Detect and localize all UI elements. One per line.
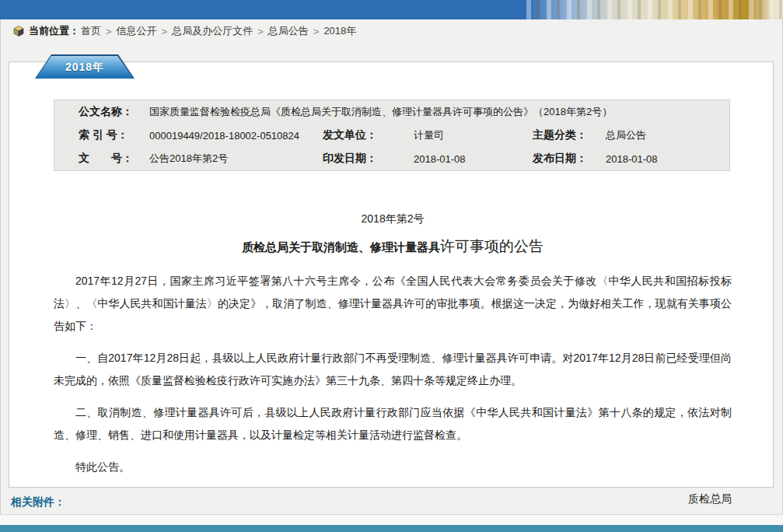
breadcrumb-item-info-disclosure[interactable]: 信息公开: [117, 24, 157, 38]
breadcrumb-item-bureau-documents[interactable]: 总局及办公厅文件: [172, 24, 253, 38]
meta-row-title: 公文名称： 国家质量监督检验检疫总局《质检总局关于取消制造、修理计量器具许可事项…: [54, 100, 729, 124]
breadcrumb-item-bureau-announcements[interactable]: 总局公告: [268, 24, 309, 38]
banner-decoration: [526, 0, 783, 19]
top-banner: [0, 0, 783, 19]
page: 当前位置： 首页 > 信息公开 > 总局及办公厅文件 > 总局公告 > 2018…: [0, 0, 783, 532]
footer-bar: [0, 525, 783, 532]
meta-value-topic-category: 总局公告: [606, 128, 729, 142]
meta-label-doc-name: 公文名称：: [54, 105, 149, 119]
meta-value-print-date: 2018-01-08: [414, 153, 533, 165]
paragraph-item-2: 二、取消制造、修理计量器具许可后，县级以上人民政府计量行政部门应当依据《中华人民…: [54, 401, 732, 446]
breadcrumb: 当前位置： 首页 > 信息公开 > 总局及办公厅文件 > 总局公告 > 2018…: [0, 19, 783, 43]
document-title: 质检总局关于取消制造、修理计量器具许可事项的公告: [54, 236, 732, 257]
breadcrumb-item-2018: 2018年: [323, 24, 356, 38]
meta-label-topic-category: 主题分类：: [533, 128, 606, 142]
breadcrumb-separator: >: [162, 26, 168, 37]
meta-value-doc-name: 国家质量监督检验检疫总局《质检总局关于取消制造、修理计量器具许可事项的公告》（2…: [149, 105, 729, 119]
meta-label-issuing-unit: 发文单位：: [323, 128, 414, 142]
meta-label-print-date: 印发日期：: [323, 152, 414, 166]
breadcrumb-separator: >: [257, 26, 264, 37]
meta-label-doc-number: 文 号：: [54, 152, 149, 166]
document-title-part1: 质检总局关于取消制造、修理计量器具: [242, 240, 440, 254]
meta-value-issuing-unit: 计量司: [414, 128, 533, 142]
document-meta-table: 公文名称： 国家质量监督检验检疫总局《质检总局关于取消制造、修理计量器具许可事项…: [54, 100, 730, 171]
signature: 质检总局: [54, 488, 732, 510]
meta-value-doc-number: 公告2018年第2号: [149, 152, 323, 166]
breadcrumb-label: 当前位置：: [29, 24, 79, 38]
paragraph-item-1: 一、自2017年12月28日起，县级以上人民政府计量行政部门不再受理制造、修理计…: [54, 347, 732, 392]
document-title-part2: 许可事项的公告: [440, 238, 544, 254]
location-cube-icon: [13, 26, 24, 37]
content-panel: 公文名称： 国家质量监督检验检疫总局《质检总局关于取消制造、修理计量器具许可事项…: [9, 61, 774, 488]
attachments-label: 相关附件：: [11, 495, 65, 509]
document-body: 2018年第2号 质检总局关于取消制造、修理计量器具许可事项的公告 2017年1…: [54, 212, 732, 532]
meta-value-publish-date: 2018-01-08: [606, 153, 729, 165]
breadcrumb-separator: >: [106, 26, 112, 37]
meta-row-number: 文 号： 公告2018年第2号 印发日期： 2018-01-08 发布日期： 2…: [54, 147, 729, 170]
tab-year-2018-label: 2018年: [65, 61, 104, 75]
meta-label-publish-date: 发布日期：: [533, 152, 606, 166]
paragraph-closing: 特此公告。: [54, 456, 732, 478]
breadcrumb-separator: >: [313, 26, 320, 37]
meta-row-index: 索 引 号： 000019449/2018-18002-0510824 发文单位…: [54, 124, 729, 147]
paragraph-intro: 2017年12月27日，国家主席习近平签署第八十六号主席令，公布《全国人民代表大…: [54, 270, 732, 338]
breadcrumb-item-home[interactable]: 首页: [81, 24, 101, 38]
meta-value-index-number: 000019449/2018-18002-0510824: [149, 130, 323, 142]
meta-label-index-number: 索 引 号：: [54, 128, 149, 142]
document-number: 2018年第2号: [54, 212, 732, 226]
tab-year-2018-surface: 2018年: [36, 56, 134, 79]
tab-year-2018[interactable]: 2018年: [35, 54, 135, 79]
footer-strip: [0, 514, 783, 525]
